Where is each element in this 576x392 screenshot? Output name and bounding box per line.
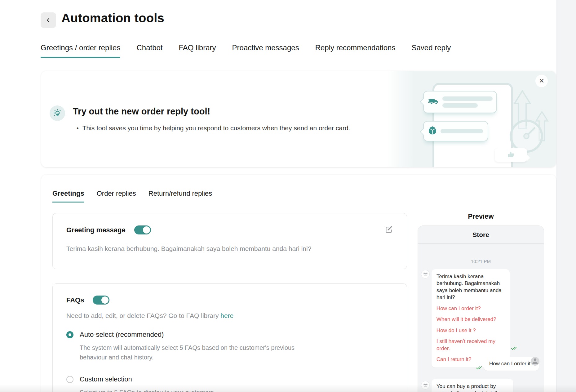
greeting-message-text: Terima kasih kerana berhubung. Bagaimana… (66, 245, 393, 252)
user-avatar (531, 357, 539, 366)
radio-auto-select-recommended[interactable] (66, 331, 73, 338)
close-icon: ✕ (539, 77, 544, 85)
preview-title: Preview (418, 212, 544, 220)
double-check-icon (476, 366, 483, 371)
edit-square-icon (385, 225, 393, 235)
illustration-chat-bubble (423, 121, 488, 141)
storefront-icon (423, 271, 428, 278)
tab-faq-library[interactable]: FAQ library (179, 43, 216, 58)
faq-help-text: Need to add, edit, or delete FAQs? Go to… (66, 312, 393, 319)
store-avatar (421, 270, 430, 278)
placeholder-text-lines (442, 96, 493, 108)
tab-reply-recommendations[interactable]: Reply recommendations (315, 43, 396, 58)
page-right-background (556, 0, 576, 392)
content-card: GreetingsOrder repliesReturn/refund repl… (41, 175, 556, 392)
tab-saved-reply[interactable]: Saved reply (411, 43, 451, 58)
banner-title: Try out the new order reply tool! (73, 106, 210, 117)
thumbs-up-bubble (495, 148, 527, 162)
sub-tabs: GreetingsOrder repliesReturn/refund repl… (52, 189, 212, 203)
faqs-card: FAQs Need to add, edit, or delete FAQs? … (52, 283, 407, 392)
chat-faq-link[interactable]: When will it be delivered? (436, 316, 505, 323)
lightbulb-icon (50, 105, 65, 121)
greeting-message-card: Greeting message Terima kasih kerana ber… (52, 213, 407, 269)
user-message-bubble: How can I order it? (484, 357, 539, 371)
tabs: Greetings / order repliesChatbotFAQ libr… (41, 43, 451, 58)
faq-library-link[interactable]: here (220, 312, 233, 319)
automation-tools-page: Automation tools Greetings / order repli… (0, 0, 576, 392)
banner-bullet: This tool saves you time by helping you … (77, 124, 350, 132)
option-label[interactable]: Custom selection (80, 375, 132, 383)
chat-faq-link[interactable]: How do I use it ? (436, 327, 505, 334)
tab-chatbot[interactable]: Chatbot (136, 43, 162, 58)
greeting-bubble: Terima kasih kerana berhubung. Bagaimana… (432, 269, 510, 368)
greeting-card-title: Greeting message (66, 226, 126, 234)
greeting-bubble-text: Terima kasih kerana berhubung. Bagaimana… (436, 273, 505, 301)
faq-option-head: Auto-select (recommended) (66, 331, 393, 339)
store-name: Store (472, 231, 489, 238)
faq-option-auto-select-recommended: Auto-select (recommended)The system will… (66, 331, 393, 362)
tab-greetings-order-replies[interactable]: Greetings / order replies (41, 43, 120, 58)
banner-close-button[interactable]: ✕ (535, 75, 548, 87)
chat-faq-link[interactable]: I still haven’t received my order. (436, 338, 505, 352)
double-check-icon (511, 346, 518, 352)
chat-timestamp: 10:21 PM (418, 259, 544, 264)
page-title: Automation tools (61, 11, 164, 25)
edit-greeting-button[interactable] (385, 225, 393, 235)
chevron-left-icon (45, 17, 51, 23)
option-label[interactable]: Auto-select (recommended) (80, 331, 164, 339)
faq-selection-options: Auto-select (recommended)The system will… (66, 331, 393, 392)
thumbs-up-icon (507, 150, 515, 160)
radio-custom-selection[interactable] (66, 376, 73, 383)
sub-tab-greetings[interactable]: Greetings (52, 189, 84, 203)
person-icon (531, 357, 539, 366)
sub-tab-order-replies[interactable]: Order replies (97, 189, 136, 203)
option-description: The system will automatically select 5 F… (80, 343, 300, 362)
delivery-truck-icon (428, 97, 439, 107)
placeholder-text-lines (441, 129, 483, 133)
viewport-bottom-fade (0, 385, 576, 392)
package-cube-icon (428, 126, 437, 136)
back-button[interactable] (41, 12, 56, 28)
chat-header: Store (418, 226, 544, 244)
tab-proactive-messages[interactable]: Proactive messages (232, 43, 299, 58)
faq-links-list: How can I order it?When will it be deliv… (436, 305, 505, 363)
promo-banner: Try out the new order reply tool! This t… (41, 71, 556, 167)
sub-tab-return-refund-replies[interactable]: Return/refund replies (148, 189, 212, 203)
greeting-toggle[interactable] (134, 225, 151, 234)
faqs-toggle[interactable] (93, 296, 109, 305)
faq-help-label: Need to add, edit, or delete FAQs? Go to… (66, 312, 219, 319)
faq-option-head: Custom selection (66, 375, 393, 383)
chat-preview-phone: Store 10:21 PM Terima kasih kerana berhu… (418, 225, 544, 392)
banner-illustration (387, 71, 556, 167)
chat-faq-link[interactable]: How can I order it? (436, 305, 505, 312)
faqs-card-title: FAQs (66, 296, 84, 304)
illustration-chat-bubble (423, 91, 497, 113)
